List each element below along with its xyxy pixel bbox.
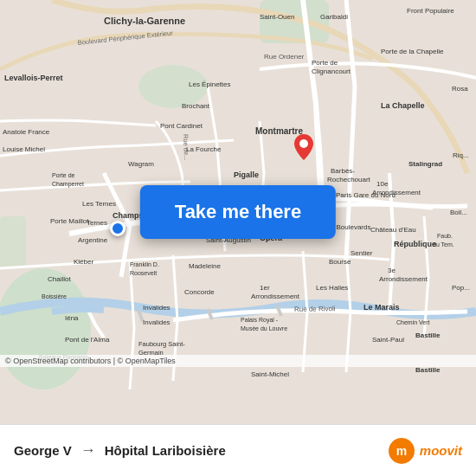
svg-text:Rue Ordener: Rue Ordener xyxy=(264,53,305,61)
svg-text:La Chapelle: La Chapelle xyxy=(381,101,425,110)
svg-text:Barbès-: Barbès- xyxy=(331,167,355,175)
svg-text:Levallois-Perret: Levallois-Perret xyxy=(4,74,63,82)
svg-text:Clichy-la-Garenne: Clichy-la-Garenne xyxy=(104,16,185,26)
svg-text:Les Épinettes: Les Épinettes xyxy=(189,80,230,88)
moovit-brand-text: moovit xyxy=(420,443,462,458)
svg-text:1er: 1er xyxy=(260,284,270,292)
svg-text:Concorde: Concorde xyxy=(184,288,215,296)
svg-text:Iéna: Iéna xyxy=(65,314,79,322)
svg-text:Madeleine: Madeleine xyxy=(189,262,221,270)
svg-text:Arrondissement: Arrondissement xyxy=(372,189,421,196)
svg-text:du Tem.: du Tem. xyxy=(433,241,454,248)
svg-text:Les Ternes: Les Ternes xyxy=(82,200,116,208)
svg-text:République: République xyxy=(394,240,436,248)
svg-point-1 xyxy=(0,268,91,389)
copyright-text: © OpenStreetMap contributors | © OpenMap… xyxy=(0,355,476,367)
svg-text:Pont Cardinet: Pont Cardinet xyxy=(160,122,203,130)
svg-text:Saint-Ouen: Saint-Ouen xyxy=(260,13,294,21)
svg-text:Porte de: Porte de xyxy=(52,172,75,178)
map-container: Clichy-la-Garenne Levallois-Perret Boule… xyxy=(0,0,476,424)
svg-text:Sentier: Sentier xyxy=(351,249,373,257)
svg-text:Pop...: Pop... xyxy=(452,284,470,292)
svg-text:Les Halles: Les Halles xyxy=(316,284,348,292)
svg-text:Wagram: Wagram xyxy=(128,160,154,168)
route-to: Hôpital Lariboisière xyxy=(105,443,226,458)
svg-text:Musée du Louvre: Musée du Louvre xyxy=(241,325,287,331)
destination-pin xyxy=(294,134,313,160)
origin-pin xyxy=(110,221,125,236)
svg-text:Louise Michel: Louise Michel xyxy=(3,145,45,153)
svg-text:Bourse: Bourse xyxy=(329,258,351,266)
svg-text:Rue de Rivoli: Rue de Rivoli xyxy=(294,305,336,313)
svg-text:Château d'Eau: Château d'Eau xyxy=(370,226,416,234)
svg-text:Invalides: Invalides xyxy=(143,304,170,312)
svg-text:Boissière: Boissière xyxy=(42,293,67,299)
svg-text:Franklin D.: Franklin D. xyxy=(130,261,159,267)
svg-text:Faub.: Faub. xyxy=(437,233,453,239)
svg-text:Bastille: Bastille xyxy=(415,366,441,374)
bottom-bar: George V → Hôpital Lariboisière m moovit xyxy=(0,424,476,476)
svg-text:Porte Maillot: Porte Maillot xyxy=(50,217,89,225)
svg-text:Saint-Paul: Saint-Paul xyxy=(372,336,404,344)
svg-text:Saint-Michel: Saint-Michel xyxy=(251,370,289,378)
route-from: George V xyxy=(14,443,72,458)
svg-text:Chaillot: Chaillot xyxy=(48,275,71,283)
moovit-logo: m moovit xyxy=(388,437,462,465)
svg-text:Ternes: Ternes xyxy=(87,219,107,227)
svg-text:Pont de l'Alma: Pont de l'Alma xyxy=(65,336,110,344)
svg-text:10e: 10e xyxy=(376,180,389,188)
svg-text:Faubourg Saint-: Faubourg Saint- xyxy=(138,340,185,348)
button-overlay: Take me there xyxy=(140,185,336,239)
svg-text:Arrondissement: Arrondissement xyxy=(251,293,300,300)
svg-text:Brochant: Brochant xyxy=(182,102,210,110)
svg-text:Stalingrad: Stalingrad xyxy=(408,160,442,168)
svg-text:Front Populaire: Front Populaire xyxy=(407,7,454,15)
svg-text:Bastille: Bastille xyxy=(415,331,441,339)
route-arrow: → xyxy=(80,441,96,460)
take-me-there-button[interactable]: Take me there xyxy=(140,185,336,239)
svg-text:Anatole France: Anatole France xyxy=(3,128,50,136)
svg-text:m: m xyxy=(396,444,407,458)
svg-text:Le Marais: Le Marais xyxy=(363,303,400,312)
svg-text:Chemin Vert: Chemin Vert xyxy=(396,319,430,325)
svg-text:La Fourche: La Fourche xyxy=(186,145,222,153)
svg-text:Palais Royal -: Palais Royal - xyxy=(241,317,279,324)
svg-text:Garibaldi: Garibaldi xyxy=(320,13,348,21)
svg-text:Clignancourt: Clignancourt xyxy=(312,68,351,75)
svg-text:Invalides: Invalides xyxy=(143,318,170,326)
svg-text:Champerret: Champerret xyxy=(52,181,84,188)
svg-text:Porte de la Chapelle: Porte de la Chapelle xyxy=(381,48,444,55)
moovit-icon: m xyxy=(388,437,415,465)
svg-text:Rue de...: Rue de... xyxy=(182,134,190,161)
svg-text:Porte de: Porte de xyxy=(312,59,338,67)
svg-text:Pigalle: Pigalle xyxy=(234,170,259,179)
svg-point-83 xyxy=(299,139,308,148)
svg-text:3e: 3e xyxy=(388,267,396,274)
svg-text:Boll...: Boll... xyxy=(450,209,467,216)
svg-text:Rochechouart: Rochechouart xyxy=(327,176,371,183)
svg-rect-4 xyxy=(0,216,26,268)
svg-text:Rosa: Rosa xyxy=(452,85,468,93)
svg-text:Roosevelt: Roosevelt xyxy=(130,270,157,276)
svg-text:Arrondissement: Arrondissement xyxy=(379,275,428,283)
svg-text:Riq...: Riq... xyxy=(453,151,469,159)
svg-text:Kléber: Kléber xyxy=(74,258,93,266)
svg-text:Argentine: Argentine xyxy=(78,236,108,244)
